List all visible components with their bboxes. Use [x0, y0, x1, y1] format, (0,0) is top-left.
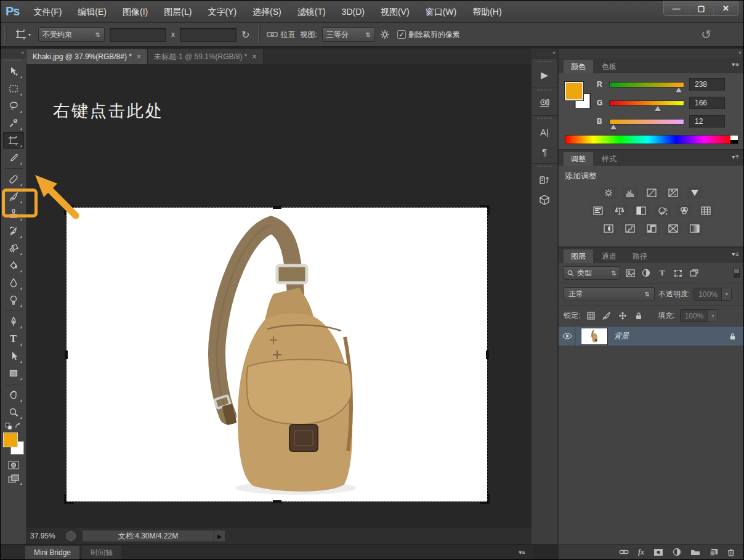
rotate-crop-icon[interactable]: ↻: [241, 29, 249, 41]
tab-swatches[interactable]: 色板: [594, 60, 624, 73]
panel-menu-icon[interactable]: ▾≡: [519, 549, 525, 556]
status-options-arrow-icon[interactable]: ▶: [214, 530, 225, 542]
opacity-field[interactable]: 100% ▾: [693, 288, 732, 301]
dropdown-arrow-icon[interactable]: ▾: [721, 288, 731, 300]
crop-handle-top[interactable]: [273, 206, 281, 209]
character-panel-icon[interactable]: A|: [535, 124, 554, 140]
toolbar-collapse-icon[interactable]: »: [1, 49, 26, 59]
panel-menu-icon[interactable]: ▾≡: [732, 153, 740, 160]
straighten-button[interactable]: 拉直: [267, 30, 295, 40]
pen-tool[interactable]: [3, 313, 24, 330]
green-slider[interactable]: [609, 100, 684, 106]
paragraph-panel-icon[interactable]: ¶: [535, 144, 554, 160]
lock-image-pixels-icon[interactable]: [601, 311, 612, 321]
new-group-icon[interactable]: [690, 548, 700, 556]
blend-mode-select[interactable]: 正常 ⇅: [564, 287, 655, 301]
gear-icon[interactable]: [380, 30, 390, 39]
color-lookup-icon[interactable]: [698, 205, 714, 217]
vibrance-icon[interactable]: [687, 187, 703, 199]
layers-list-empty-area[interactable]: [559, 346, 744, 544]
swap-colors-icon[interactable]: [14, 422, 22, 430]
crop-center-pin[interactable]: [273, 351, 281, 359]
photo-filter-icon[interactable]: [655, 205, 671, 217]
menu-image[interactable]: 图像(I): [115, 1, 156, 23]
checkbox-checked-icon[interactable]: ✓: [397, 30, 406, 39]
layer-thumbnail[interactable]: [581, 328, 608, 345]
lock-position-icon[interactable]: [617, 311, 628, 321]
delete-cropped-pixels-option[interactable]: ✓ 删除裁剪的像素: [397, 30, 460, 40]
quick-selection-tool[interactable]: [3, 115, 24, 132]
crop-handle-bottom-right[interactable]: [480, 494, 490, 504]
history-panel-icon[interactable]: [535, 172, 554, 188]
filter-adjustment-layers-icon[interactable]: [640, 267, 652, 278]
threshold-icon[interactable]: [644, 222, 660, 235]
close-button[interactable]: ✕: [713, 1, 738, 15]
selective-color-icon[interactable]: [665, 222, 681, 235]
minimize-button[interactable]: —: [664, 1, 689, 15]
green-value-field[interactable]: 166: [689, 97, 725, 109]
menu-window[interactable]: 窗口(W): [418, 1, 465, 23]
panel-grip[interactable]: [537, 166, 552, 167]
blue-value-field[interactable]: 12: [689, 115, 725, 128]
document-image[interactable]: [67, 208, 487, 501]
path-selection-tool[interactable]: [3, 347, 24, 365]
hue-saturation-icon[interactable]: [590, 205, 606, 217]
rectangular-marquee-tool[interactable]: [3, 80, 24, 97]
crop-handle-right[interactable]: [486, 351, 489, 359]
new-adjustment-layer-icon[interactable]: [673, 548, 681, 556]
foreground-color-swatch[interactable]: [3, 432, 18, 447]
zoom-level-field[interactable]: 37.95%: [30, 532, 66, 540]
type-tool[interactable]: T: [3, 330, 24, 347]
red-slider-thumb[interactable]: [676, 87, 682, 92]
hand-tool[interactable]: [3, 386, 24, 404]
screen-mode-button[interactable]: [3, 472, 24, 487]
rectangle-tool[interactable]: [3, 365, 24, 382]
actions-panel-icon[interactable]: ▶: [535, 67, 554, 83]
panel-menu-icon[interactable]: ▾≡: [732, 61, 740, 68]
lasso-tool[interactable]: [3, 97, 24, 115]
maximize-button[interactable]: ▢: [689, 1, 713, 15]
3d-panel-icon[interactable]: [535, 192, 554, 208]
paint-bucket-tool[interactable]: [3, 257, 24, 274]
spot-healing-brush-tool[interactable]: [3, 171, 24, 188]
menu-filter[interactable]: 滤镜(T): [289, 1, 334, 23]
delete-layer-icon[interactable]: [727, 548, 735, 556]
quick-mask-button[interactable]: [3, 458, 24, 472]
filter-type-layers-icon[interactable]: T: [656, 267, 668, 278]
tab-timeline[interactable]: 时间轴: [82, 546, 121, 559]
dock-collapse-icon[interactable]: »: [559, 49, 744, 58]
menu-3d[interactable]: 3D(D): [334, 1, 373, 23]
adobe-drive-icon[interactable]: [66, 531, 76, 541]
dodge-tool[interactable]: [3, 291, 24, 309]
color-spectrum-ramp[interactable]: [565, 135, 738, 144]
brightness-contrast-icon[interactable]: [600, 187, 617, 199]
posterize-icon[interactable]: [622, 222, 638, 235]
green-slider-thumb[interactable]: [655, 106, 661, 111]
eyedropper-tool[interactable]: [3, 149, 24, 166]
document-size-info[interactable]: 文档:4.30M/4.22M: [82, 530, 214, 542]
crop-handle-left[interactable]: [65, 351, 68, 359]
layer-filter-type-select[interactable]: 类型 ⇅: [564, 266, 620, 280]
layer-name[interactable]: 背景: [614, 331, 629, 341]
crop-handle-bottom[interactable]: [273, 500, 281, 503]
layer-filter-toggle[interactable]: [734, 268, 740, 278]
add-layer-mask-icon[interactable]: [653, 548, 663, 556]
eraser-tool[interactable]: [3, 240, 24, 257]
tab-close-icon[interactable]: ×: [137, 52, 141, 61]
layer-style-icon[interactable]: fx: [638, 548, 644, 557]
reset-tool-icon[interactable]: ↺: [701, 27, 711, 42]
tab-layers[interactable]: 图层: [564, 250, 593, 263]
panel-grip[interactable]: [537, 61, 552, 62]
current-tool-button[interactable]: ▾: [13, 28, 33, 41]
tool-presets-panel-icon[interactable]: [535, 95, 554, 112]
panel-grip[interactable]: [537, 118, 552, 119]
layer-visibility-toggle[interactable]: [559, 327, 576, 346]
tab-mini-bridge[interactable]: Mini Bridge: [25, 546, 79, 559]
crop-height-input[interactable]: [180, 28, 237, 42]
menu-select[interactable]: 选择(S): [245, 1, 289, 23]
invert-icon[interactable]: [600, 222, 617, 235]
toolbar-grip[interactable]: [6, 60, 22, 61]
filter-shape-layers-icon[interactable]: [672, 267, 684, 278]
tab-styles[interactable]: 样式: [594, 152, 624, 166]
menu-layer[interactable]: 图层(L): [156, 1, 200, 23]
